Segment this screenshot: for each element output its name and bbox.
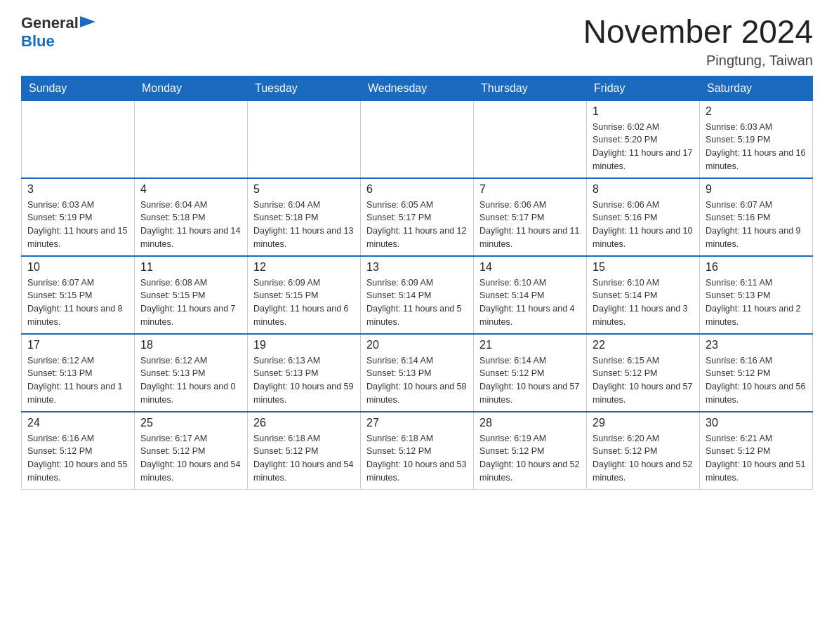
day-number: 5: [253, 183, 355, 196]
weekday-header-row: SundayMondayTuesdayWednesdayThursdayFrid…: [22, 76, 813, 100]
day-info: Sunrise: 6:15 AMSunset: 5:12 PMDaylight:…: [593, 354, 694, 407]
day-number: 17: [27, 339, 128, 351]
day-number: 29: [593, 417, 694, 429]
day-info: Sunrise: 6:17 AMSunset: 5:12 PMDaylight:…: [140, 432, 241, 485]
day-number: 8: [593, 183, 694, 196]
day-info: Sunrise: 6:12 AMSunset: 5:13 PMDaylight:…: [27, 354, 128, 407]
calendar-cell-5-4: 27Sunrise: 6:18 AMSunset: 5:12 PMDayligh…: [361, 412, 474, 490]
calendar-cell-2-6: 8Sunrise: 6:06 AMSunset: 5:16 PMDaylight…: [587, 178, 700, 256]
weekday-header-thursday: Thursday: [474, 76, 587, 100]
day-number: 11: [140, 261, 241, 274]
day-info: Sunrise: 6:04 AMSunset: 5:18 PMDaylight:…: [253, 199, 355, 251]
day-info: Sunrise: 6:10 AMSunset: 5:14 PMDaylight:…: [479, 276, 581, 329]
calendar-cell-4-6: 22Sunrise: 6:15 AMSunset: 5:12 PMDayligh…: [587, 334, 700, 412]
day-info: Sunrise: 6:08 AMSunset: 5:15 PMDaylight:…: [140, 276, 241, 329]
day-info: Sunrise: 6:12 AMSunset: 5:13 PMDaylight:…: [140, 354, 241, 407]
day-number: 16: [706, 261, 807, 274]
calendar-cell-4-2: 18Sunrise: 6:12 AMSunset: 5:13 PMDayligh…: [135, 334, 248, 412]
calendar-table: SundayMondayTuesdayWednesdayThursdayFrid…: [21, 76, 813, 490]
calendar-cell-4-4: 20Sunrise: 6:14 AMSunset: 5:13 PMDayligh…: [361, 334, 474, 412]
day-info: Sunrise: 6:14 AMSunset: 5:12 PMDaylight:…: [479, 354, 581, 407]
calendar-cell-1-1: [22, 100, 135, 178]
day-number: 30: [706, 417, 807, 429]
day-info: Sunrise: 6:07 AMSunset: 5:15 PMDaylight:…: [27, 276, 128, 329]
day-number: 9: [706, 183, 807, 196]
calendar-cell-5-2: 25Sunrise: 6:17 AMSunset: 5:12 PMDayligh…: [135, 412, 248, 490]
calendar-cell-1-5: [474, 100, 587, 178]
day-number: 1: [593, 105, 694, 118]
weekday-header-saturday: Saturday: [700, 76, 813, 100]
day-info: Sunrise: 6:03 AMSunset: 5:19 PMDaylight:…: [27, 199, 128, 251]
day-number: 21: [479, 339, 581, 351]
day-info: Sunrise: 6:11 AMSunset: 5:13 PMDaylight:…: [706, 276, 807, 329]
header: General Blue November 2024 Pingtung, Tai…: [21, 14, 813, 69]
calendar-cell-5-7: 30Sunrise: 6:21 AMSunset: 5:12 PMDayligh…: [700, 412, 813, 490]
day-info: Sunrise: 6:16 AMSunset: 5:12 PMDaylight:…: [706, 354, 807, 407]
day-info: Sunrise: 6:16 AMSunset: 5:12 PMDaylight:…: [27, 432, 128, 485]
calendar-cell-2-1: 3Sunrise: 6:03 AMSunset: 5:19 PMDaylight…: [22, 178, 135, 256]
calendar-cell-3-7: 16Sunrise: 6:11 AMSunset: 5:13 PMDayligh…: [700, 256, 813, 334]
day-number: 28: [479, 417, 581, 429]
calendar-cell-3-1: 10Sunrise: 6:07 AMSunset: 5:15 PMDayligh…: [22, 256, 135, 334]
day-number: 23: [706, 339, 807, 351]
day-number: 19: [253, 339, 355, 351]
calendar-cell-1-3: [248, 100, 361, 178]
day-number: 2: [706, 105, 807, 118]
calendar-cell-2-4: 6Sunrise: 6:05 AMSunset: 5:17 PMDaylight…: [361, 178, 474, 256]
day-number: 13: [366, 261, 468, 274]
calendar-cell-1-7: 2Sunrise: 6:03 AMSunset: 5:19 PMDaylight…: [700, 100, 813, 178]
day-info: Sunrise: 6:03 AMSunset: 5:19 PMDaylight:…: [706, 121, 807, 173]
day-number: 4: [140, 183, 241, 196]
day-number: 6: [366, 183, 468, 196]
day-number: 12: [253, 261, 355, 274]
day-number: 22: [593, 339, 694, 351]
calendar-week-row-5: 24Sunrise: 6:16 AMSunset: 5:12 PMDayligh…: [22, 412, 813, 490]
day-info: Sunrise: 6:18 AMSunset: 5:12 PMDaylight:…: [253, 432, 355, 485]
calendar-week-row-2: 3Sunrise: 6:03 AMSunset: 5:19 PMDaylight…: [22, 178, 813, 256]
day-number: 15: [593, 261, 694, 274]
day-info: Sunrise: 6:09 AMSunset: 5:14 PMDaylight:…: [366, 276, 468, 329]
day-number: 20: [366, 339, 468, 351]
day-info: Sunrise: 6:04 AMSunset: 5:18 PMDaylight:…: [140, 199, 241, 251]
calendar-week-row-3: 10Sunrise: 6:07 AMSunset: 5:15 PMDayligh…: [22, 256, 813, 334]
weekday-header-wednesday: Wednesday: [361, 76, 474, 100]
day-number: 25: [140, 417, 241, 429]
day-info: Sunrise: 6:20 AMSunset: 5:12 PMDaylight:…: [593, 432, 694, 485]
calendar-week-row-1: 1Sunrise: 6:02 AMSunset: 5:20 PMDaylight…: [22, 100, 813, 178]
day-info: Sunrise: 6:06 AMSunset: 5:17 PMDaylight:…: [479, 199, 581, 251]
day-info: Sunrise: 6:19 AMSunset: 5:12 PMDaylight:…: [479, 432, 581, 485]
month-title: November 2024: [583, 14, 813, 50]
calendar-cell-3-4: 13Sunrise: 6:09 AMSunset: 5:14 PMDayligh…: [361, 256, 474, 334]
calendar-cell-4-1: 17Sunrise: 6:12 AMSunset: 5:13 PMDayligh…: [22, 334, 135, 412]
calendar-cell-5-1: 24Sunrise: 6:16 AMSunset: 5:12 PMDayligh…: [22, 412, 135, 490]
day-info: Sunrise: 6:10 AMSunset: 5:14 PMDaylight:…: [593, 276, 694, 329]
day-number: 14: [479, 261, 581, 274]
calendar-cell-3-2: 11Sunrise: 6:08 AMSunset: 5:15 PMDayligh…: [135, 256, 248, 334]
day-number: 3: [27, 183, 128, 196]
day-info: Sunrise: 6:02 AMSunset: 5:20 PMDaylight:…: [593, 121, 694, 173]
calendar-cell-2-5: 7Sunrise: 6:06 AMSunset: 5:17 PMDaylight…: [474, 178, 587, 256]
calendar-cell-2-3: 5Sunrise: 6:04 AMSunset: 5:18 PMDaylight…: [248, 178, 361, 256]
logo: General Blue: [21, 14, 95, 51]
weekday-header-sunday: Sunday: [22, 76, 135, 100]
day-info: Sunrise: 6:06 AMSunset: 5:16 PMDaylight:…: [593, 199, 694, 251]
logo-text-general: General: [21, 14, 79, 32]
weekday-header-tuesday: Tuesday: [248, 76, 361, 100]
calendar-cell-1-4: [361, 100, 474, 178]
calendar-cell-4-3: 19Sunrise: 6:13 AMSunset: 5:13 PMDayligh…: [248, 334, 361, 412]
logo-triangle-icon: [80, 16, 95, 32]
day-info: Sunrise: 6:21 AMSunset: 5:12 PMDaylight:…: [706, 432, 807, 485]
day-number: 27: [366, 417, 468, 429]
day-number: 7: [479, 183, 581, 196]
calendar-cell-1-2: [135, 100, 248, 178]
calendar-week-row-4: 17Sunrise: 6:12 AMSunset: 5:13 PMDayligh…: [22, 334, 813, 412]
day-number: 26: [253, 417, 355, 429]
day-info: Sunrise: 6:05 AMSunset: 5:17 PMDaylight:…: [366, 199, 468, 251]
calendar-cell-5-6: 29Sunrise: 6:20 AMSunset: 5:12 PMDayligh…: [587, 412, 700, 490]
svg-marker-0: [80, 16, 95, 27]
calendar-cell-2-7: 9Sunrise: 6:07 AMSunset: 5:16 PMDaylight…: [700, 178, 813, 256]
calendar-cell-1-6: 1Sunrise: 6:02 AMSunset: 5:20 PMDaylight…: [587, 100, 700, 178]
weekday-header-monday: Monday: [135, 76, 248, 100]
calendar-cell-3-6: 15Sunrise: 6:10 AMSunset: 5:14 PMDayligh…: [587, 256, 700, 334]
calendar-cell-3-5: 14Sunrise: 6:10 AMSunset: 5:14 PMDayligh…: [474, 256, 587, 334]
